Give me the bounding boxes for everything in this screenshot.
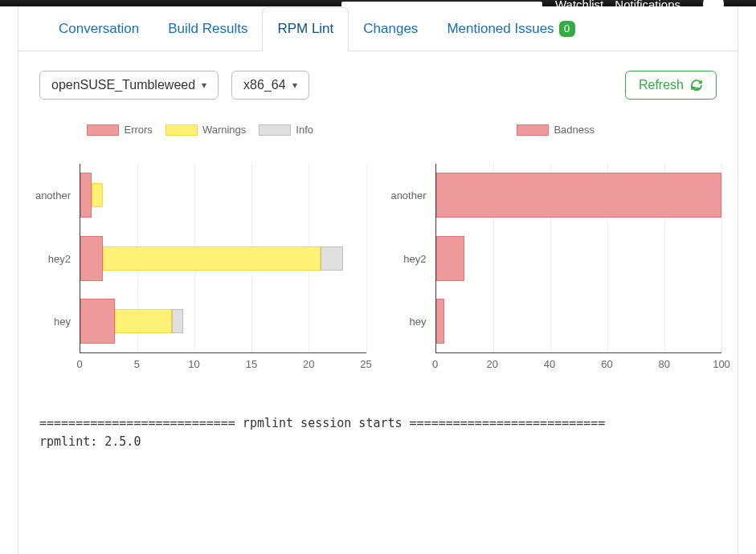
chart-bar-row <box>80 173 366 218</box>
chart-ylabel: hey2 <box>403 252 435 264</box>
tab-mentioned-issues[interactable]: Mentioned Issues 0 <box>432 6 589 51</box>
log-line: rpmlint: 2.5.0 <box>39 434 141 449</box>
refresh-icon <box>690 79 703 92</box>
rpmlint-log: =========================== rpmlint sess… <box>18 398 738 450</box>
chart-segment <box>115 309 172 333</box>
legend-info[interactable]: Info <box>259 124 313 136</box>
chart-segment <box>436 299 445 344</box>
tabs-bar: Conversation Build Results RPM Lint Chan… <box>18 6 738 51</box>
legend-badness[interactable]: Badness <box>517 124 595 136</box>
lint-chart-xaxis: 0510152025 <box>80 353 366 374</box>
filter-toolbar: openSUSE_Tumbleweed ▾ x86_64 ▾ Refresh <box>18 51 738 100</box>
tab-changes[interactable]: Changes <box>349 6 432 51</box>
chart-bar-row <box>436 299 722 344</box>
swatch-info <box>259 124 291 136</box>
badness-chart-xaxis: 020406080100 <box>435 353 722 374</box>
chart-segment <box>80 299 115 344</box>
refresh-button[interactable]: Refresh <box>625 71 717 100</box>
badness-chart-plot: anotherhey2hey <box>435 164 722 353</box>
tab-mentioned-issues-label: Mentioned Issues <box>447 21 554 37</box>
swatch-badness <box>517 124 549 136</box>
tab-conversation[interactable]: Conversation <box>44 6 153 51</box>
mentioned-issues-badge: 0 <box>559 21 575 37</box>
lint-chart-plot: anotherhey2hey <box>80 164 366 353</box>
chart-bar-row <box>80 299 366 344</box>
chart-segment <box>436 236 465 281</box>
legend-warnings[interactable]: Warnings <box>166 124 246 136</box>
arch-select-value: x86_64 <box>243 78 286 92</box>
chevron-down-icon: ▾ <box>292 79 297 91</box>
chevron-down-icon: ▾ <box>202 79 206 91</box>
distro-select-value: openSUSE_Tumbleweed <box>51 78 195 92</box>
chart-bar-row <box>436 173 722 218</box>
chart-ylabel: another <box>35 189 80 202</box>
badness-chart: Badness anotherhey2hey 020406080100 <box>390 164 722 374</box>
lint-stacked-chart: Errors Warnings Info anotherhey2hey 0510… <box>35 164 366 374</box>
chart-segment <box>80 236 103 281</box>
chart-ylabel: hey <box>54 315 80 327</box>
arch-select[interactable]: x86_64 ▾ <box>231 71 309 100</box>
distro-select[interactable]: openSUSE_Tumbleweed ▾ <box>39 71 219 100</box>
chart-ylabel: hey2 <box>48 252 80 264</box>
swatch-warnings <box>166 124 198 136</box>
lint-chart-legend: Errors Warnings Info <box>35 124 366 136</box>
chart-ylabel: hey <box>410 315 436 327</box>
chart-segment <box>92 183 103 207</box>
chart-segment <box>172 309 183 333</box>
chart-segment <box>436 173 722 218</box>
badness-chart-legend: Badness <box>390 124 722 136</box>
log-line: =========================== rpmlint sess… <box>39 416 605 430</box>
chart-bar-row <box>80 236 366 281</box>
refresh-button-label: Refresh <box>639 78 684 92</box>
chart-segment <box>80 173 92 218</box>
swatch-errors <box>87 124 119 136</box>
tab-rpm-lint[interactable]: RPM Lint <box>262 7 349 51</box>
chart-segment <box>321 246 343 271</box>
legend-errors[interactable]: Errors <box>87 124 152 136</box>
chart-bar-row <box>436 236 722 281</box>
chart-segment <box>103 246 320 271</box>
chart-ylabel: another <box>390 189 435 202</box>
tab-build-results[interactable]: Build Results <box>153 6 262 51</box>
